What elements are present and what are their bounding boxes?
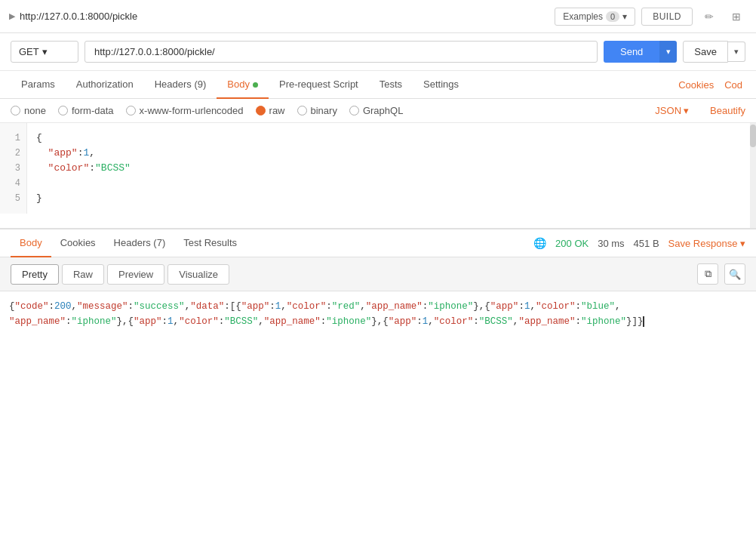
- json-chevron-icon: ▾: [684, 105, 689, 116]
- save-button[interactable]: Save: [683, 41, 728, 63]
- response-tab-cookies[interactable]: Cookies: [51, 229, 105, 257]
- radio-urlencoded: [126, 106, 136, 115]
- top-bar: ▶ http://127.0.0.1:8000/pickle Examples …: [0, 0, 756, 33]
- view-tab-pretty[interactable]: Pretty: [11, 264, 59, 285]
- view-tab-visualize[interactable]: Visualize: [167, 264, 229, 285]
- option-binary[interactable]: binary: [297, 105, 337, 116]
- option-graphql[interactable]: GraphQL: [349, 105, 403, 116]
- response-stats: 🌐 200 OK 30 ms 451 B Save Response ▾: [533, 237, 745, 249]
- layout-icon-button[interactable]: ⊞: [726, 6, 747, 27]
- line-numbers: 1 2 3 4 5: [0, 123, 27, 214]
- send-button-group: Send ▾: [604, 41, 677, 63]
- code-line-5: }: [36, 191, 747, 206]
- tab-authorization[interactable]: Authorization: [66, 71, 144, 99]
- response-body: {"code":200,"message":"success","data":[…: [0, 291, 756, 337]
- radio-none: [11, 106, 20, 115]
- response-tabs: Body Cookies Headers (7) Test Results 🌐 …: [0, 229, 756, 257]
- option-raw[interactable]: raw: [256, 105, 285, 116]
- radio-form-data: [58, 106, 68, 115]
- save-dropdown-button[interactable]: ▾: [728, 42, 745, 62]
- code-editor: 1 2 3 4 5 { "app":1, "color":"BCSS" }: [0, 123, 756, 229]
- view-tab-actions: ⧉ 🔍: [697, 263, 745, 285]
- examples-button[interactable]: Examples 0 ▾: [555, 8, 635, 26]
- beautify-button[interactable]: Beautify: [710, 105, 745, 116]
- method-value: GET: [19, 46, 39, 57]
- tab-headers[interactable]: Headers (9): [144, 71, 217, 99]
- examples-label: Examples: [563, 11, 603, 22]
- copy-icon-button[interactable]: ⧉: [697, 263, 718, 285]
- request-tabs: Params Authorization Headers (9) Body Pr…: [0, 71, 756, 99]
- tab-params[interactable]: Params: [11, 71, 66, 99]
- view-tab-raw[interactable]: Raw: [62, 264, 104, 285]
- response-view-tabs: Pretty Raw Preview Visualize ⧉ 🔍: [0, 257, 756, 291]
- top-bar-actions: Examples 0 ▾ BUILD ✏ ⊞: [555, 6, 747, 27]
- response-cursor: ​: [643, 316, 644, 327]
- code-line-3: "color":"BCSS": [36, 161, 747, 176]
- radio-graphql: [349, 106, 359, 115]
- tab-prerequest[interactable]: Pre-request Script: [269, 71, 369, 99]
- expand-icon: ▶: [9, 11, 15, 21]
- option-none-label: none: [24, 105, 46, 116]
- code-line-4: [36, 176, 747, 191]
- response-size: 451 B: [634, 238, 659, 249]
- response-time: 30 ms: [598, 238, 624, 249]
- option-form-data[interactable]: form-data: [58, 105, 114, 116]
- radio-binary: [297, 106, 307, 115]
- right-tabs: Cookies Cod: [675, 72, 745, 98]
- status-ok: 200 OK: [555, 238, 589, 249]
- tab-body[interactable]: Body: [217, 71, 269, 99]
- code-line-1: {: [36, 131, 747, 146]
- editor-scrollbar[interactable]: [750, 123, 756, 228]
- save-response-chevron-icon: ▾: [740, 238, 745, 249]
- tab-settings[interactable]: Settings: [413, 71, 469, 99]
- globe-icon: 🌐: [533, 237, 546, 249]
- request-bar: GET ▾ Send ▾ Save ▾: [0, 33, 756, 71]
- top-bar-url: http://127.0.0.1:8000/pickle: [20, 11, 555, 22]
- edit-icon-button[interactable]: ✏: [699, 6, 720, 27]
- save-response-label: Save Response: [668, 238, 738, 249]
- response-tab-test-results[interactable]: Test Results: [174, 229, 246, 257]
- search-icon-button[interactable]: 🔍: [724, 263, 745, 285]
- editor-scrollbar-thumb: [750, 125, 756, 147]
- option-urlencoded-label: x-www-form-urlencoded: [140, 105, 244, 116]
- radio-raw: [256, 106, 266, 115]
- response-tab-headers[interactable]: Headers (7): [105, 229, 175, 257]
- tab-tests[interactable]: Tests: [369, 71, 413, 99]
- option-none[interactable]: none: [11, 105, 46, 116]
- response-tab-body[interactable]: Body: [11, 229, 51, 257]
- view-tab-preview[interactable]: Preview: [107, 264, 164, 285]
- method-select[interactable]: GET ▾: [11, 41, 78, 63]
- code-content[interactable]: { "app":1, "color":"BCSS" }: [27, 123, 756, 214]
- url-input[interactable]: [85, 41, 598, 63]
- examples-count: 0: [606, 11, 619, 22]
- send-dropdown-button[interactable]: ▾: [659, 41, 677, 63]
- examples-chevron-icon: ▾: [622, 11, 627, 22]
- send-button[interactable]: Send: [604, 41, 659, 63]
- body-active-dot: [253, 82, 258, 88]
- option-graphql-label: GraphQL: [363, 105, 403, 116]
- option-binary-label: binary: [311, 105, 337, 116]
- body-tab-label: Body: [227, 79, 250, 90]
- build-button[interactable]: BUILD: [641, 8, 693, 26]
- code-line-2: "app":1,: [36, 146, 747, 161]
- option-raw-label: raw: [269, 105, 285, 116]
- json-format-label: JSON: [655, 105, 681, 116]
- response-open-brace: {: [9, 301, 15, 312]
- save-response-button[interactable]: Save Response ▾: [668, 238, 745, 249]
- save-button-group: Save ▾: [683, 41, 745, 63]
- method-chevron-icon: ▾: [42, 46, 48, 57]
- tab-code[interactable]: Cod: [721, 72, 745, 98]
- option-form-data-label: form-data: [72, 105, 114, 116]
- option-urlencoded[interactable]: x-www-form-urlencoded: [126, 105, 244, 116]
- body-options: none form-data x-www-form-urlencoded raw…: [0, 99, 756, 123]
- json-format-select[interactable]: JSON ▾: [655, 105, 689, 116]
- tab-cookies[interactable]: Cookies: [675, 72, 717, 98]
